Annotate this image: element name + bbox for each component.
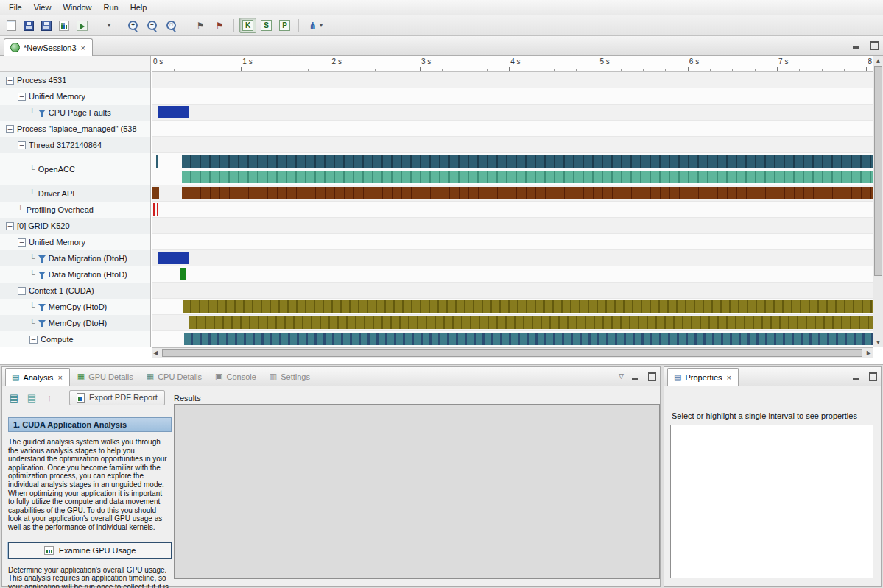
collapse-toggle-icon[interactable]: − — [29, 336, 38, 344]
filter-icon[interactable] — [38, 303, 46, 311]
filter-icon[interactable] — [38, 319, 46, 327]
filter-icon[interactable] — [38, 255, 46, 263]
tree-row[interactable]: −[0] GRID K520 — [0, 218, 150, 234]
tree-row[interactable]: └Driver API — [0, 185, 150, 202]
unguided-analysis-icon[interactable]: ▤ — [24, 390, 39, 405]
tab-settings[interactable]: ▥Settings — [264, 367, 316, 386]
run-analysis-button[interactable]: ⋔▾ — [304, 18, 326, 34]
tree-row[interactable]: −Unified Memory — [0, 88, 150, 105]
close-icon[interactable]: × — [726, 373, 732, 382]
menu-window[interactable]: Window — [57, 1, 97, 13]
run-settings-button[interactable]: ▾ — [92, 18, 113, 34]
timeline-row[interactable] — [152, 315, 873, 331]
minimize-icon[interactable] — [852, 372, 861, 380]
export-pdf-button[interactable]: Export PDF Report — [69, 390, 165, 405]
tree-row[interactable]: └MemCpy (HtoD) — [0, 299, 150, 315]
interval-bar[interactable] — [153, 203, 155, 216]
interval-bar[interactable] — [182, 187, 873, 199]
scroll-left-icon[interactable]: ◀ — [153, 350, 158, 356]
interval-bar[interactable] — [182, 171, 873, 184]
save-button[interactable] — [21, 18, 37, 33]
export-button[interactable] — [74, 18, 91, 33]
menu-file[interactable]: File — [3, 1, 28, 13]
close-icon[interactable]: × — [57, 373, 63, 382]
examine-gpu-usage-button[interactable]: Examine GPU Usage — [8, 542, 172, 559]
close-icon[interactable]: × — [80, 43, 86, 52]
view-menu-icon[interactable]: ▽ — [619, 372, 624, 380]
process-timeline-toggle[interactable]: P — [276, 18, 293, 33]
tree-row[interactable]: └OpenACC — [0, 153, 150, 185]
timeline-row[interactable] — [152, 137, 873, 153]
menu-view[interactable]: View — [28, 1, 57, 13]
horizontal-scrollbar[interactable]: ◀ ▶ — [152, 347, 873, 358]
interval-bar[interactable] — [156, 155, 158, 168]
minimize-icon[interactable] — [631, 372, 640, 380]
tree-row[interactable]: └CPU Page Faults — [0, 105, 150, 121]
collapse-toggle-icon[interactable]: − — [6, 77, 14, 85]
tab-cpu-details[interactable]: ▦CPU Details — [141, 367, 208, 386]
menu-run[interactable]: Run — [98, 1, 124, 13]
save-all-button[interactable] — [38, 18, 54, 33]
tree-row[interactable]: −Compute — [0, 331, 150, 347]
horizontal-scroll-thumb[interactable] — [162, 349, 862, 357]
timeline-row[interactable] — [152, 250, 873, 266]
timeline-row[interactable] — [152, 202, 873, 218]
zoom-fit-button[interactable] — [163, 18, 180, 34]
tree-row[interactable]: └MemCpy (DtoH) — [0, 315, 150, 331]
marker-back-button[interactable]: ⚑ — [211, 18, 228, 34]
interval-bar[interactable] — [158, 252, 188, 264]
timeline-row[interactable] — [152, 121, 873, 137]
interval-bar[interactable] — [189, 316, 873, 329]
scroll-right-icon[interactable]: ▶ — [867, 350, 871, 356]
minimize-icon[interactable] — [852, 40, 861, 49]
tree-row[interactable]: └Profiling Overhead — [0, 202, 150, 218]
filter-icon[interactable] — [38, 271, 46, 279]
interval-bar[interactable] — [157, 203, 158, 216]
collapse-toggle-icon[interactable]: − — [18, 141, 26, 149]
timeline-row[interactable] — [152, 72, 873, 88]
tree-row[interactable]: −Process "laplace_managed" (538 — [0, 121, 150, 137]
tree-row[interactable]: └Data Migration (DtoH) — [0, 250, 150, 266]
timeline-row[interactable] — [152, 185, 873, 202]
tree-row[interactable]: └Data Migration (HtoD) — [0, 266, 150, 283]
collapse-toggle-icon[interactable]: − — [6, 125, 14, 133]
maximize-icon[interactable] — [870, 40, 879, 49]
collapse-toggle-icon[interactable]: − — [18, 287, 26, 295]
collapse-toggle-icon[interactable]: − — [18, 93, 26, 101]
timeline-row[interactable] — [152, 218, 873, 234]
tab-gpu-details[interactable]: ▦GPU Details — [71, 367, 139, 386]
kernel-timeline-toggle[interactable]: K — [239, 18, 256, 33]
timeline-row[interactable] — [152, 299, 873, 315]
interval-bar[interactable] — [184, 333, 873, 345]
menu-help[interactable]: Help — [124, 1, 153, 13]
collapse-toggle-icon[interactable]: − — [18, 238, 26, 247]
maximize-icon[interactable] — [647, 372, 656, 380]
guided-analysis-icon[interactable]: ▤ — [7, 390, 21, 405]
interval-bar[interactable] — [158, 106, 188, 118]
timeline-row[interactable] — [152, 331, 873, 347]
session-tab[interactable]: *NewSession3 × — [4, 38, 93, 56]
tree-row[interactable]: −Process 4531 — [0, 72, 150, 88]
filter-icon[interactable] — [38, 109, 46, 117]
zoom-in-button[interactable] — [124, 18, 142, 34]
zoom-out-button[interactable] — [144, 18, 161, 34]
new-session-button[interactable] — [4, 18, 19, 33]
interval-bar[interactable] — [152, 187, 159, 199]
maximize-icon[interactable] — [868, 372, 877, 380]
timeline-row[interactable] — [152, 266, 873, 283]
timeline-row[interactable] — [152, 88, 873, 105]
marker-forward-button[interactable]: ⚑ — [191, 18, 209, 34]
timeline-ruler[interactable]: 0 s1 s2 s3 s4 s5 s6 s7 s8 — [152, 56, 873, 72]
timeline-row[interactable] — [152, 283, 873, 299]
collapse-toggle-icon[interactable]: − — [6, 222, 14, 230]
tab-analysis[interactable]: ▤Analysis× — [5, 368, 70, 386]
timeline-row[interactable] — [152, 234, 873, 250]
tree-row[interactable]: −Thread 3172140864 — [0, 137, 150, 153]
timeline-row[interactable] — [152, 153, 873, 185]
interval-bar[interactable] — [183, 300, 872, 313]
tree-row[interactable]: −Context 1 (CUDA) — [0, 283, 150, 299]
tab-console[interactable]: ▣Console — [209, 367, 262, 386]
timeline-row[interactable] — [152, 105, 873, 121]
stream-timeline-toggle[interactable]: S — [258, 18, 275, 33]
interval-bar[interactable] — [182, 155, 873, 168]
